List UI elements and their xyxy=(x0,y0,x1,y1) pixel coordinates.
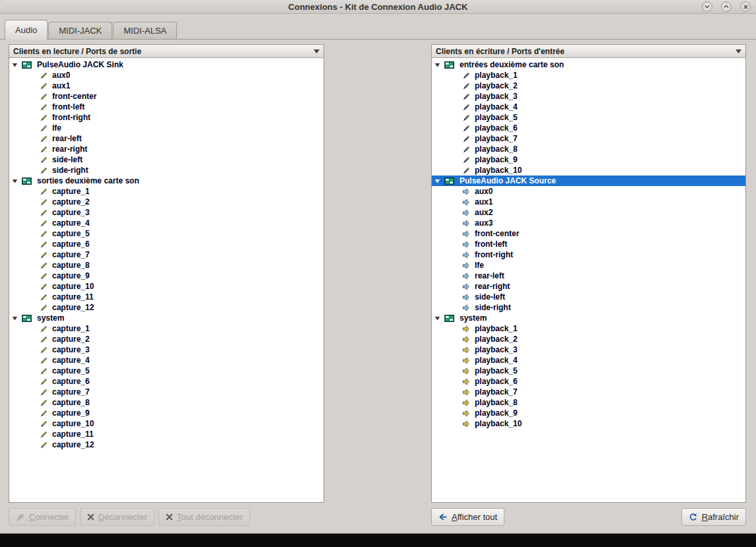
port-row[interactable]: capture_10 xyxy=(9,281,324,292)
port-row[interactable]: capture_8 xyxy=(9,397,324,408)
port-row[interactable]: capture_11 xyxy=(9,429,324,439)
port-row[interactable]: aux1 xyxy=(432,197,745,207)
port-row[interactable]: front-left xyxy=(9,102,324,112)
disconnect-all-button[interactable]: Tout déconnecter xyxy=(158,508,250,526)
client-row[interactable]: system xyxy=(9,313,324,323)
port-row[interactable]: playback_10 xyxy=(432,418,745,429)
port-row[interactable]: aux0 xyxy=(432,186,745,197)
port-row[interactable]: rear-left xyxy=(9,133,324,144)
port-label: side-right xyxy=(52,166,88,175)
port-row[interactable]: capture_12 xyxy=(9,302,324,313)
port-row[interactable]: capture_7 xyxy=(9,249,324,260)
tab-audio[interactable]: Audio xyxy=(5,20,48,40)
output-panel-header[interactable]: Clients en lecture / Ports de sortie xyxy=(9,45,324,58)
port-label: front-center xyxy=(52,92,96,101)
close-button[interactable] xyxy=(740,1,751,12)
connect-button[interactable]: Connecter xyxy=(9,508,76,526)
client-row[interactable]: entrées deuxième carte son xyxy=(432,59,745,70)
port-row[interactable]: playback_5 xyxy=(432,112,745,123)
expander-arrow-icon[interactable] xyxy=(12,62,22,68)
expander-arrow-icon[interactable] xyxy=(12,178,22,184)
port-row[interactable]: playback_3 xyxy=(432,91,745,102)
expander-arrow-icon[interactable] xyxy=(434,62,444,68)
port-row[interactable]: playback_6 xyxy=(432,123,745,133)
port-row[interactable]: lfe xyxy=(9,123,324,133)
port-row[interactable]: capture_6 xyxy=(9,376,324,387)
port-row[interactable]: playback_9 xyxy=(432,154,745,165)
port-row[interactable]: capture_5 xyxy=(9,366,324,376)
port-row[interactable]: capture_6 xyxy=(9,239,324,249)
port-row[interactable]: side-right xyxy=(9,165,324,176)
show-all-button[interactable]: Afficher tout xyxy=(431,508,504,526)
port-row[interactable]: capture_9 xyxy=(9,408,324,418)
port-row[interactable]: capture_3 xyxy=(9,344,324,355)
port-row[interactable]: playback_4 xyxy=(432,355,745,366)
port-row[interactable]: capture_7 xyxy=(9,387,324,397)
show-all-button-label: Afficher tout xyxy=(452,512,497,522)
port-row[interactable]: playback_9 xyxy=(432,408,745,418)
port-row[interactable]: playback_6 xyxy=(432,376,745,387)
port-row[interactable]: side-right xyxy=(432,302,745,313)
port-row[interactable]: front-center xyxy=(432,228,745,239)
port-row[interactable]: playback_8 xyxy=(432,144,745,154)
expander-arrow-icon[interactable] xyxy=(434,178,444,184)
dropdown-arrow-icon[interactable] xyxy=(310,49,320,53)
disconnect-button[interactable]: Déconnecter xyxy=(80,508,155,526)
port-row[interactable]: playback_3 xyxy=(432,344,745,355)
port-row[interactable]: playback_4 xyxy=(432,102,745,112)
refresh-button[interactable]: Rafraîchir xyxy=(681,508,746,526)
minimize-button[interactable] xyxy=(702,1,712,12)
port-row[interactable]: capture_3 xyxy=(9,207,324,218)
port-row[interactable]: capture_9 xyxy=(9,271,324,281)
port-row[interactable]: side-left xyxy=(9,154,324,165)
port-row[interactable]: playback_8 xyxy=(432,397,745,408)
port-row[interactable]: lfe xyxy=(432,260,745,271)
port-row[interactable]: side-left xyxy=(432,292,745,302)
port-row[interactable]: aux0 xyxy=(9,70,324,80)
audio-out-pen-icon xyxy=(40,282,49,291)
window-controls xyxy=(702,1,751,12)
port-row[interactable]: capture_10 xyxy=(9,418,324,429)
port-row[interactable]: aux1 xyxy=(9,80,324,91)
expander-arrow-icon[interactable] xyxy=(434,315,444,321)
dropdown-arrow-icon[interactable] xyxy=(732,49,741,53)
client-row[interactable]: PulseAudio JACK Sink xyxy=(9,59,324,70)
client-row[interactable]: PulseAudio JACK Source xyxy=(432,176,745,186)
port-row[interactable]: front-center xyxy=(9,91,324,102)
audio-in-plug-yellow-icon xyxy=(462,356,471,365)
port-row[interactable]: playback_7 xyxy=(432,387,745,397)
port-row[interactable]: playback_2 xyxy=(432,334,745,344)
port-row[interactable]: rear-right xyxy=(9,144,324,154)
port-row[interactable]: capture_4 xyxy=(9,218,324,228)
port-row[interactable]: capture_4 xyxy=(9,355,324,366)
port-row[interactable]: capture_1 xyxy=(9,323,324,334)
port-row[interactable]: capture_5 xyxy=(9,228,324,239)
port-row[interactable]: capture_12 xyxy=(9,439,324,450)
port-row[interactable]: playback_1 xyxy=(432,70,745,80)
expander-arrow-icon[interactable] xyxy=(12,315,22,321)
client-row[interactable]: sorties deuxième carte son xyxy=(9,176,324,186)
port-row[interactable]: aux2 xyxy=(432,207,745,218)
port-row[interactable]: rear-right xyxy=(432,281,745,292)
port-row[interactable]: rear-left xyxy=(432,271,745,281)
port-row[interactable]: capture_2 xyxy=(9,334,324,344)
port-row[interactable]: front-right xyxy=(9,112,324,123)
port-row[interactable]: capture_2 xyxy=(9,197,324,207)
port-row[interactable]: front-left xyxy=(432,239,745,249)
port-row[interactable]: aux3 xyxy=(432,218,745,228)
port-row[interactable]: playback_2 xyxy=(432,80,745,91)
port-row[interactable]: front-right xyxy=(432,249,745,260)
port-row[interactable]: capture_11 xyxy=(9,292,324,302)
port-row[interactable]: capture_8 xyxy=(9,260,324,271)
port-row[interactable]: playback_5 xyxy=(432,366,745,376)
client-row[interactable]: system xyxy=(432,313,745,323)
input-panel-header[interactable]: Clients en écriture / Ports d'entrée xyxy=(432,45,745,58)
maximize-button[interactable] xyxy=(721,1,732,12)
port-row[interactable]: playback_7 xyxy=(432,133,745,144)
port-row[interactable]: capture_1 xyxy=(9,186,324,197)
tab-midi-jack[interactable]: MIDI-JACK xyxy=(48,22,112,39)
port-row[interactable]: playback_10 xyxy=(432,165,745,176)
port-row[interactable]: playback_1 xyxy=(432,323,745,334)
tab-midi-alsa[interactable]: MIDI-ALSA xyxy=(113,22,177,39)
audio-out-pen-icon xyxy=(40,356,49,365)
